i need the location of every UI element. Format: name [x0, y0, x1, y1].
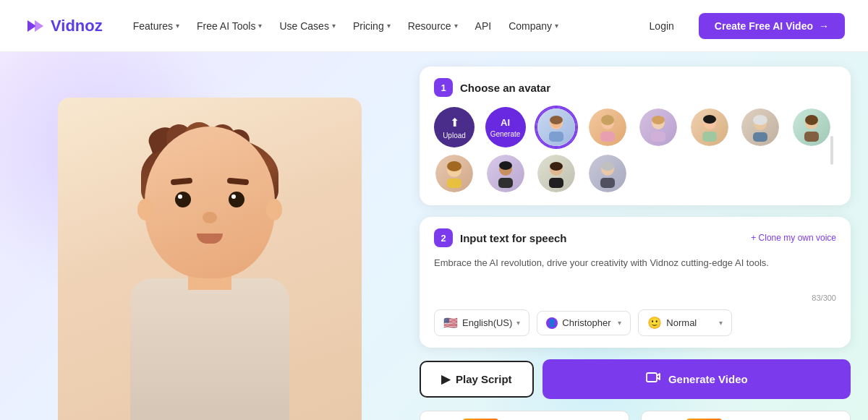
text-panel-left: 2 Input text for speech: [434, 228, 567, 247]
upload-avatar-button[interactable]: ⬆ Upload: [434, 107, 475, 147]
panel-header-step1: 1 Choose an avatar: [434, 78, 836, 97]
avatar-eye-left: [175, 192, 191, 207]
generate-video-button[interactable]: Generate Video: [542, 359, 851, 399]
svg-rect-23: [498, 178, 513, 188]
avatar-eyebrow-right: [227, 178, 250, 186]
avatar-thumb-3[interactable]: [638, 107, 678, 147]
step1-title: Choose an avatar: [460, 82, 550, 94]
nav-features[interactable]: Features ▾: [126, 16, 187, 36]
avatar-thumb-1[interactable]: [536, 107, 576, 147]
play-script-button[interactable]: ▶ Play Script: [420, 361, 534, 398]
svg-rect-11: [702, 132, 717, 142]
create-free-video-button[interactable]: Create Free AI Video →: [699, 13, 845, 39]
avatar-image-6: [793, 108, 830, 146]
svg-rect-26: [549, 178, 563, 188]
flag-icon: 🇺🇸: [443, 316, 458, 330]
clone-voice-link[interactable]: + Clone my own voice: [751, 233, 836, 243]
svg-rect-5: [600, 132, 615, 142]
avatar-nose: [203, 212, 217, 223]
svg-point-30: [601, 162, 614, 171]
svg-rect-1: [549, 132, 563, 142]
avatar-image-4: [691, 108, 728, 146]
hero-avatar-preview: ⓘ View the full animated version after e…: [0, 52, 420, 420]
generate-avatar-button[interactable]: AI Generate: [485, 107, 526, 147]
svg-point-3: [550, 116, 563, 124]
pro-badges-row: 👑 PRO Remove watermark 👑 PRO Unlock voic…: [420, 411, 851, 420]
chevron-down-icon: ▾: [258, 22, 262, 30]
nav-items: Features ▾ Free AI Tools ▾ Use Cases ▾ P…: [126, 16, 566, 36]
logo-icon: [23, 14, 46, 38]
avatar-thumb-6[interactable]: [791, 107, 832, 147]
avatar-grid: ⬆ Upload AI Generate: [434, 107, 836, 194]
selectors-row: 🇺🇸 English(US) ▾ 👤 Christopher ▾ 🙂 Norma…: [434, 309, 836, 336]
logo[interactable]: Vidnoz: [23, 14, 103, 38]
generate-icon: [645, 369, 661, 389]
eye-shine-right: [231, 194, 236, 199]
choose-avatar-panel: 1 Choose an avatar ⬆ Upload AI Generate: [420, 67, 851, 205]
voice-label: Christopher: [562, 317, 610, 328]
voice-user-icon: 👤: [546, 317, 558, 329]
chevron-down-icon: ▾: [387, 22, 391, 30]
logo-text: Vidnoz: [51, 17, 103, 35]
nav-resource[interactable]: Resource ▾: [401, 16, 465, 36]
unlock-voice-button[interactable]: 👑 PRO Unlock voice limits: [641, 411, 851, 420]
language-label: English(US): [462, 317, 512, 328]
language-selector[interactable]: 🇺🇸 English(US) ▾: [434, 309, 529, 336]
svg-point-21: [447, 161, 461, 171]
action-buttons-row: ▶ Play Script Generate Video: [420, 359, 851, 399]
navbar-right: Login Create Free AI Video →: [637, 13, 845, 39]
chevron-down-icon: ▾: [516, 319, 520, 327]
login-button[interactable]: Login: [637, 14, 687, 38]
emotion-label: Normal: [666, 317, 697, 328]
arrow-icon: →: [819, 20, 829, 32]
nav-pricing[interactable]: Pricing ▾: [346, 16, 398, 36]
navbar: Vidnoz Features ▾ Free AI Tools ▾ Use Ca…: [0, 0, 868, 52]
avatar-thumb-2[interactable]: [587, 107, 628, 147]
scrollbar[interactable]: [830, 136, 833, 165]
chevron-down-icon: ▾: [332, 22, 336, 30]
avatar-ear-right: [266, 199, 282, 220]
svg-rect-20: [447, 179, 461, 188]
ai-icon: AI: [501, 117, 510, 128]
navbar-left: Vidnoz Features ▾ Free AI Tools ▾ Use Ca…: [23, 14, 566, 38]
avatar-thumb-9[interactable]: [536, 153, 576, 194]
chevron-down-icon: ▾: [555, 22, 558, 30]
avatar-image-2: [589, 108, 626, 146]
remove-watermark-button[interactable]: 👑 PRO Remove watermark: [420, 411, 629, 420]
step2-title: Input text for speech: [460, 232, 567, 244]
hero-controls: 1 Choose an avatar ⬆ Upload AI Generate: [420, 52, 868, 420]
svg-point-27: [550, 162, 563, 171]
voice-selector[interactable]: 👤 Christopher ▾: [537, 311, 631, 335]
step1-badge: 1: [434, 78, 453, 97]
speech-text-area[interactable]: Embrace the AI revolution, drive your cr…: [434, 253, 836, 289]
nav-free-ai-tools[interactable]: Free AI Tools ▾: [190, 16, 269, 36]
avatar-thumb-4[interactable]: [689, 107, 730, 147]
chevron-down-icon: ▾: [618, 319, 621, 327]
avatar-thumb-5[interactable]: [740, 107, 780, 147]
svg-rect-14: [753, 132, 767, 142]
avatar-mouth: [197, 233, 223, 244]
chevron-down-icon: ▾: [176, 22, 179, 30]
input-text-panel: 2 Input text for speech + Clone my own v…: [420, 217, 851, 348]
svg-point-9: [652, 116, 665, 124]
avatar-thumb-7[interactable]: [434, 153, 475, 194]
emotion-icon: 🙂: [647, 316, 662, 330]
avatar-image-1: [537, 108, 575, 146]
avatar-eyebrow-left: [171, 178, 193, 186]
avatar-image-3: [639, 108, 677, 146]
step2-badge: 2: [434, 228, 453, 247]
avatar-image-7: [435, 155, 473, 192]
nav-api[interactable]: API: [468, 16, 499, 36]
avatar-thumb-10[interactable]: [587, 153, 628, 194]
nav-use-cases[interactable]: Use Cases ▾: [272, 16, 342, 36]
emotion-selector[interactable]: 🙂 Normal ▾: [638, 309, 732, 336]
avatar-torso: [130, 278, 289, 420]
char-count: 83/300: [434, 293, 836, 302]
nav-company[interactable]: Company ▾: [501, 16, 566, 36]
svg-point-6: [601, 115, 614, 125]
svg-point-18: [805, 115, 818, 125]
eye-shine-left: [178, 194, 182, 199]
avatar-thumb-8[interactable]: [485, 153, 526, 194]
svg-rect-17: [804, 132, 819, 142]
hero-section: ⓘ View the full animated version after e…: [0, 52, 868, 420]
